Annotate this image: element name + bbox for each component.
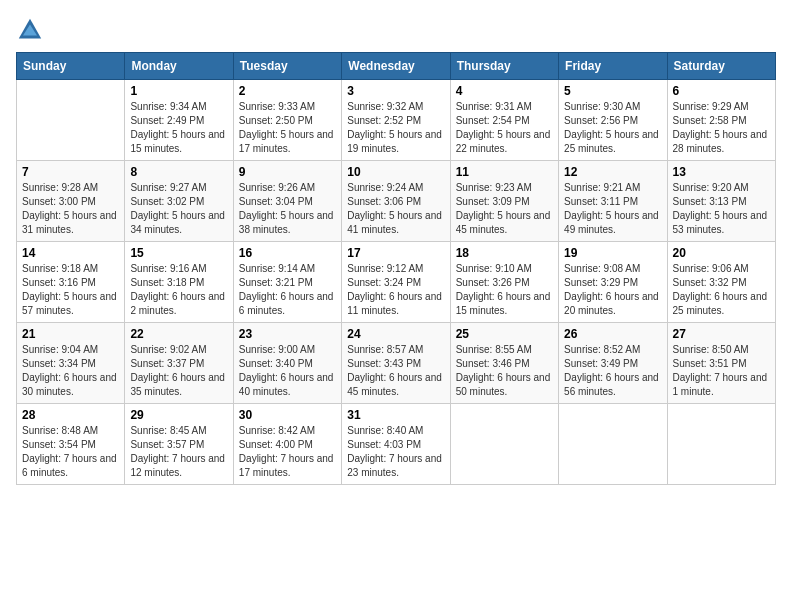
- calendar-cell: 22Sunrise: 9:02 AMSunset: 3:37 PMDayligh…: [125, 323, 233, 404]
- day-info: Sunrise: 9:30 AMSunset: 2:56 PMDaylight:…: [564, 100, 661, 156]
- calendar-cell: 1Sunrise: 9:34 AMSunset: 2:49 PMDaylight…: [125, 80, 233, 161]
- calendar-cell: 13Sunrise: 9:20 AMSunset: 3:13 PMDayligh…: [667, 161, 775, 242]
- day-number: 26: [564, 327, 661, 341]
- day-info: Sunrise: 9:16 AMSunset: 3:18 PMDaylight:…: [130, 262, 227, 318]
- day-number: 17: [347, 246, 444, 260]
- logo-icon: [16, 16, 44, 44]
- calendar-cell: [559, 404, 667, 485]
- day-number: 27: [673, 327, 770, 341]
- day-number: 6: [673, 84, 770, 98]
- day-number: 23: [239, 327, 336, 341]
- day-info: Sunrise: 8:42 AMSunset: 4:00 PMDaylight:…: [239, 424, 336, 480]
- calendar-cell: [450, 404, 558, 485]
- header: [16, 16, 776, 44]
- day-number: 20: [673, 246, 770, 260]
- day-info: Sunrise: 9:20 AMSunset: 3:13 PMDaylight:…: [673, 181, 770, 237]
- day-number: 28: [22, 408, 119, 422]
- day-number: 24: [347, 327, 444, 341]
- day-info: Sunrise: 9:06 AMSunset: 3:32 PMDaylight:…: [673, 262, 770, 318]
- day-info: Sunrise: 9:31 AMSunset: 2:54 PMDaylight:…: [456, 100, 553, 156]
- day-number: 9: [239, 165, 336, 179]
- day-number: 18: [456, 246, 553, 260]
- day-number: 30: [239, 408, 336, 422]
- day-info: Sunrise: 9:33 AMSunset: 2:50 PMDaylight:…: [239, 100, 336, 156]
- calendar-cell: [667, 404, 775, 485]
- calendar-cell: 16Sunrise: 9:14 AMSunset: 3:21 PMDayligh…: [233, 242, 341, 323]
- day-header-sunday: Sunday: [17, 53, 125, 80]
- day-number: 13: [673, 165, 770, 179]
- calendar-cell: 6Sunrise: 9:29 AMSunset: 2:58 PMDaylight…: [667, 80, 775, 161]
- day-number: 7: [22, 165, 119, 179]
- day-number: 1: [130, 84, 227, 98]
- day-number: 11: [456, 165, 553, 179]
- calendar-table: SundayMondayTuesdayWednesdayThursdayFrid…: [16, 52, 776, 485]
- calendar-cell: 2Sunrise: 9:33 AMSunset: 2:50 PMDaylight…: [233, 80, 341, 161]
- day-number: 4: [456, 84, 553, 98]
- calendar-header-row: SundayMondayTuesdayWednesdayThursdayFrid…: [17, 53, 776, 80]
- day-number: 14: [22, 246, 119, 260]
- day-info: Sunrise: 9:12 AMSunset: 3:24 PMDaylight:…: [347, 262, 444, 318]
- day-number: 8: [130, 165, 227, 179]
- day-info: Sunrise: 9:34 AMSunset: 2:49 PMDaylight:…: [130, 100, 227, 156]
- day-info: Sunrise: 8:55 AMSunset: 3:46 PMDaylight:…: [456, 343, 553, 399]
- day-header-thursday: Thursday: [450, 53, 558, 80]
- calendar-cell: 5Sunrise: 9:30 AMSunset: 2:56 PMDaylight…: [559, 80, 667, 161]
- day-info: Sunrise: 9:10 AMSunset: 3:26 PMDaylight:…: [456, 262, 553, 318]
- calendar-cell: 18Sunrise: 9:10 AMSunset: 3:26 PMDayligh…: [450, 242, 558, 323]
- calendar-cell: 3Sunrise: 9:32 AMSunset: 2:52 PMDaylight…: [342, 80, 450, 161]
- calendar-cell: 15Sunrise: 9:16 AMSunset: 3:18 PMDayligh…: [125, 242, 233, 323]
- calendar-cell: 19Sunrise: 9:08 AMSunset: 3:29 PMDayligh…: [559, 242, 667, 323]
- calendar-cell: 27Sunrise: 8:50 AMSunset: 3:51 PMDayligh…: [667, 323, 775, 404]
- calendar-cell: 8Sunrise: 9:27 AMSunset: 3:02 PMDaylight…: [125, 161, 233, 242]
- day-info: Sunrise: 8:52 AMSunset: 3:49 PMDaylight:…: [564, 343, 661, 399]
- calendar-cell: 17Sunrise: 9:12 AMSunset: 3:24 PMDayligh…: [342, 242, 450, 323]
- day-info: Sunrise: 9:24 AMSunset: 3:06 PMDaylight:…: [347, 181, 444, 237]
- day-info: Sunrise: 8:40 AMSunset: 4:03 PMDaylight:…: [347, 424, 444, 480]
- calendar-week-row: 1Sunrise: 9:34 AMSunset: 2:49 PMDaylight…: [17, 80, 776, 161]
- calendar-cell: 30Sunrise: 8:42 AMSunset: 4:00 PMDayligh…: [233, 404, 341, 485]
- calendar-week-row: 21Sunrise: 9:04 AMSunset: 3:34 PMDayligh…: [17, 323, 776, 404]
- day-info: Sunrise: 8:45 AMSunset: 3:57 PMDaylight:…: [130, 424, 227, 480]
- day-info: Sunrise: 9:02 AMSunset: 3:37 PMDaylight:…: [130, 343, 227, 399]
- calendar-cell: 10Sunrise: 9:24 AMSunset: 3:06 PMDayligh…: [342, 161, 450, 242]
- day-number: 16: [239, 246, 336, 260]
- day-info: Sunrise: 9:14 AMSunset: 3:21 PMDaylight:…: [239, 262, 336, 318]
- calendar-cell: 20Sunrise: 9:06 AMSunset: 3:32 PMDayligh…: [667, 242, 775, 323]
- day-info: Sunrise: 9:28 AMSunset: 3:00 PMDaylight:…: [22, 181, 119, 237]
- calendar-cell: 14Sunrise: 9:18 AMSunset: 3:16 PMDayligh…: [17, 242, 125, 323]
- calendar-cell: [17, 80, 125, 161]
- day-number: 31: [347, 408, 444, 422]
- day-number: 15: [130, 246, 227, 260]
- day-info: Sunrise: 9:18 AMSunset: 3:16 PMDaylight:…: [22, 262, 119, 318]
- day-number: 25: [456, 327, 553, 341]
- day-number: 19: [564, 246, 661, 260]
- day-info: Sunrise: 9:26 AMSunset: 3:04 PMDaylight:…: [239, 181, 336, 237]
- calendar-cell: 28Sunrise: 8:48 AMSunset: 3:54 PMDayligh…: [17, 404, 125, 485]
- day-number: 10: [347, 165, 444, 179]
- calendar-cell: 9Sunrise: 9:26 AMSunset: 3:04 PMDaylight…: [233, 161, 341, 242]
- day-info: Sunrise: 9:32 AMSunset: 2:52 PMDaylight:…: [347, 100, 444, 156]
- calendar-cell: 12Sunrise: 9:21 AMSunset: 3:11 PMDayligh…: [559, 161, 667, 242]
- day-header-saturday: Saturday: [667, 53, 775, 80]
- day-header-wednesday: Wednesday: [342, 53, 450, 80]
- day-number: 21: [22, 327, 119, 341]
- calendar-week-row: 28Sunrise: 8:48 AMSunset: 3:54 PMDayligh…: [17, 404, 776, 485]
- calendar-cell: 21Sunrise: 9:04 AMSunset: 3:34 PMDayligh…: [17, 323, 125, 404]
- calendar-cell: 11Sunrise: 9:23 AMSunset: 3:09 PMDayligh…: [450, 161, 558, 242]
- calendar-cell: 26Sunrise: 8:52 AMSunset: 3:49 PMDayligh…: [559, 323, 667, 404]
- day-info: Sunrise: 8:50 AMSunset: 3:51 PMDaylight:…: [673, 343, 770, 399]
- calendar-cell: 7Sunrise: 9:28 AMSunset: 3:00 PMDaylight…: [17, 161, 125, 242]
- calendar-cell: 29Sunrise: 8:45 AMSunset: 3:57 PMDayligh…: [125, 404, 233, 485]
- calendar-cell: 24Sunrise: 8:57 AMSunset: 3:43 PMDayligh…: [342, 323, 450, 404]
- day-header-monday: Monday: [125, 53, 233, 80]
- day-info: Sunrise: 9:29 AMSunset: 2:58 PMDaylight:…: [673, 100, 770, 156]
- day-number: 22: [130, 327, 227, 341]
- calendar-cell: 4Sunrise: 9:31 AMSunset: 2:54 PMDaylight…: [450, 80, 558, 161]
- day-info: Sunrise: 9:27 AMSunset: 3:02 PMDaylight:…: [130, 181, 227, 237]
- day-header-friday: Friday: [559, 53, 667, 80]
- day-info: Sunrise: 8:57 AMSunset: 3:43 PMDaylight:…: [347, 343, 444, 399]
- day-number: 5: [564, 84, 661, 98]
- day-info: Sunrise: 9:21 AMSunset: 3:11 PMDaylight:…: [564, 181, 661, 237]
- day-info: Sunrise: 9:23 AMSunset: 3:09 PMDaylight:…: [456, 181, 553, 237]
- day-info: Sunrise: 9:04 AMSunset: 3:34 PMDaylight:…: [22, 343, 119, 399]
